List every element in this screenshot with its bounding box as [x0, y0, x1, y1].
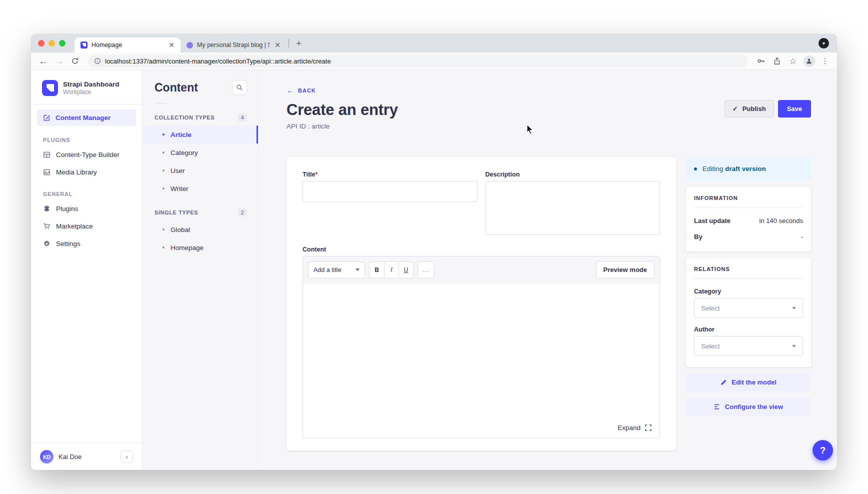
- content-field-label: Content: [302, 246, 660, 253]
- reload-icon: [71, 57, 79, 65]
- sidebar-item-marketplace[interactable]: Marketplace: [31, 218, 142, 235]
- close-window-button[interactable]: [38, 40, 44, 46]
- browser-download-icon[interactable]: ▾: [818, 38, 829, 48]
- key-icon: [757, 57, 765, 65]
- strapi-logo-icon: [42, 80, 58, 96]
- subnav-item-category[interactable]: Category: [142, 144, 258, 162]
- count-badge: 2: [238, 208, 247, 216]
- italic-button[interactable]: I: [384, 262, 398, 278]
- bookmark-button[interactable]: ☆: [786, 54, 800, 68]
- tab-separator: [288, 39, 289, 48]
- save-label: Save: [787, 105, 802, 112]
- url-text[interactable]: localhost:1337/admin/content-manager/col…: [105, 58, 331, 65]
- author-select[interactable]: Select: [694, 336, 803, 356]
- underline-button[interactable]: U: [398, 262, 413, 278]
- main-content: ← BACK Create an entry API ID : article …: [258, 70, 837, 470]
- forward-button[interactable]: →: [52, 54, 66, 68]
- workspace-header[interactable]: Strapi Dashboard Workplace: [31, 70, 142, 104]
- subnav-item-article[interactable]: Article: [142, 126, 258, 144]
- new-tab-button[interactable]: +: [291, 38, 306, 49]
- rich-text-editor: Add a title B I U ... Preview mode: [302, 256, 660, 438]
- sidebar-item-label: Content Manager: [56, 114, 110, 122]
- publish-label: Publish: [742, 105, 766, 112]
- sidebar-item-plugins[interactable]: Plugins: [31, 200, 142, 218]
- more-formats-button[interactable]: ...: [418, 262, 434, 278]
- share-button[interactable]: [770, 54, 784, 68]
- back-button[interactable]: ←: [36, 54, 50, 68]
- sidebar-item-label: Settings: [56, 240, 80, 248]
- tab-blog[interactable]: My personal Strapi blog | Strap ✕: [180, 38, 286, 52]
- share-icon: [773, 57, 781, 65]
- zoom-window-button[interactable]: [59, 40, 66, 46]
- configure-view-button[interactable]: Configure the view: [686, 398, 811, 416]
- divider: [694, 208, 803, 208]
- puzzle-icon: [43, 205, 50, 212]
- bold-button[interactable]: B: [370, 262, 384, 278]
- category-select-value: Select: [701, 304, 720, 312]
- site-info-icon[interactable]: [94, 58, 101, 64]
- sidebar-item-media-library[interactable]: Media Library: [31, 164, 142, 181]
- publish-button[interactable]: ✓ Publish: [724, 100, 774, 118]
- chevron-down-icon: [356, 268, 360, 271]
- close-tab-icon[interactable]: ✕: [274, 41, 282, 49]
- pencil-icon: [720, 379, 727, 386]
- category-select[interactable]: Select: [694, 298, 803, 318]
- sidebar-item-content-type-builder[interactable]: Content-Type Builder: [31, 146, 142, 164]
- content-subnav: Content COLLECTION TYPES 4 Article Categ…: [142, 70, 258, 470]
- reload-button[interactable]: [68, 54, 82, 68]
- group-title-single-types: SINGLE TYPES: [154, 210, 198, 216]
- bullet-icon: [162, 134, 164, 136]
- count-badge: 4: [238, 114, 247, 122]
- divider: [154, 103, 166, 104]
- back-link[interactable]: ← BACK: [286, 86, 398, 94]
- expand-icon[interactable]: [645, 424, 652, 431]
- edit-model-button[interactable]: Edit the model: [686, 373, 811, 392]
- help-button[interactable]: ?: [812, 440, 833, 460]
- layout-icon: [43, 151, 50, 158]
- preview-mode-button[interactable]: Preview mode: [596, 261, 654, 278]
- save-button[interactable]: Save: [778, 100, 811, 118]
- minimize-window-button[interactable]: [48, 40, 55, 46]
- expand-label[interactable]: Expand: [618, 424, 640, 432]
- user-footer: KD Kai Doe ‹: [31, 443, 142, 470]
- browser-menu-button[interactable]: ⋮: [818, 54, 832, 68]
- password-key-button[interactable]: [754, 54, 768, 68]
- editor-body[interactable]: [303, 284, 660, 418]
- by-value: -: [801, 233, 803, 240]
- profile-button[interactable]: [802, 54, 816, 68]
- banner-text: Editing draft version: [702, 165, 766, 172]
- chevron-down-icon: [792, 307, 796, 310]
- gear-icon: [43, 240, 50, 248]
- user-name: Kai Doe: [58, 453, 82, 460]
- bullet-icon: [162, 188, 164, 190]
- back-label: BACK: [298, 88, 316, 94]
- sidebar-item-settings[interactable]: Settings: [31, 235, 142, 252]
- bullet-icon: [162, 170, 164, 172]
- description-field-label: Description: [486, 171, 660, 178]
- image-icon: [43, 168, 50, 176]
- avatar[interactable]: KD: [40, 450, 54, 464]
- description-textarea[interactable]: [486, 181, 660, 235]
- section-plugins: PLUGINS: [31, 127, 142, 146]
- cart-icon: [43, 222, 50, 230]
- by-label: By: [694, 233, 702, 240]
- group-title-collection-types: COLLECTION TYPES: [154, 114, 214, 120]
- title-input[interactable]: [302, 181, 478, 202]
- close-tab-icon[interactable]: ✕: [168, 41, 176, 49]
- traffic-lights: [38, 40, 66, 46]
- search-button[interactable]: [232, 80, 247, 95]
- collapse-sidebar-button[interactable]: ‹: [120, 450, 133, 463]
- address-bar[interactable]: localhost:1337/admin/content-manager/col…: [88, 54, 748, 68]
- subnav-item-user[interactable]: User: [142, 162, 258, 180]
- author-label: Author: [694, 326, 803, 333]
- tab-homepage[interactable]: Homepage ✕: [74, 38, 180, 52]
- configure-view-label: Configure the view: [725, 403, 783, 410]
- draft-status-banner: Editing draft version: [686, 157, 811, 180]
- divider: [694, 278, 803, 279]
- sidebar-item-content-manager[interactable]: Content Manager: [37, 110, 136, 126]
- subnav-item-homepage[interactable]: Homepage: [142, 238, 258, 256]
- heading-select[interactable]: Add a title: [308, 262, 365, 278]
- sidebar-item-label: Media Library: [56, 168, 97, 176]
- subnav-item-writer[interactable]: Writer: [142, 180, 258, 198]
- subnav-item-global[interactable]: Global: [142, 220, 258, 238]
